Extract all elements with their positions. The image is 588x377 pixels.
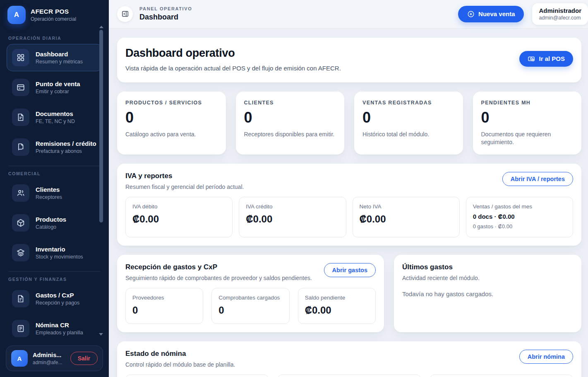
stat-value: 0 [125, 109, 218, 126]
cube-icon [12, 214, 29, 232]
sidebar-item-inventario[interactable]: Inventario Stock y movimientos [7, 239, 102, 266]
section-label-operacion-diaria: OPERACIÓN DIARIA [8, 36, 101, 41]
proveedores-tile: Proveedores 0 [125, 288, 203, 324]
iva-title: IVA y reportes [125, 172, 244, 180]
sidebar-scrollbar[interactable] [98, 26, 104, 336]
periodos-abiertos-tile: Períodos abiertos [277, 375, 421, 377]
logout-button[interactable]: Salir [70, 352, 98, 365]
pos-terminal-icon [12, 79, 29, 96]
nomina-subtitle: Control rápido del módulo base de planil… [125, 361, 235, 368]
nav-item-title: Clientes [36, 186, 62, 193]
ultimos-gastos-title: Últimos gastos [402, 263, 573, 271]
ventas-gastos-mes-tile: Ventas / gastos del mes 0 docs · ₡0.00 0… [466, 197, 573, 237]
nav-item-subtitle: FE, TE, NC y ND [36, 118, 75, 124]
hero-subtitle: Vista rápida de la operación actual del … [125, 65, 341, 72]
sidebar-item-gastos-cxp[interactable]: Gastos / CxP Recepción y pagos [7, 285, 102, 312]
open-iva-reports-button[interactable]: Abrir IVA / reportes [502, 172, 573, 186]
stat-value: 0 [244, 109, 336, 126]
nav-item-title: Inventario [36, 246, 83, 253]
stat-value: 0 [362, 109, 455, 126]
avatar: A [11, 350, 28, 367]
iva-credito-tile: IVA crédito ₡0.00 [239, 197, 346, 237]
nomina-title: Estado de nómina [125, 350, 235, 358]
new-sale-label: Nueva venta [478, 10, 515, 17]
open-gastos-button[interactable]: Abrir gastos [324, 263, 376, 277]
stat-label: CLIENTES [244, 100, 336, 106]
stat-label: PENDIENTES MH [481, 100, 574, 106]
tile-value: 0 [218, 304, 282, 316]
nav-item-subtitle: Stock y movimientos [36, 254, 83, 260]
app-tagline: Operación comercial [31, 16, 76, 22]
sidebar-item-productos[interactable]: Productos Catálogo [7, 209, 102, 237]
scrollbar-down-arrow-icon[interactable] [99, 333, 103, 336]
tile-value: ₡0.00 [360, 213, 453, 225]
tile-label: IVA crédito [246, 203, 339, 210]
stat-card-productos: PRODUCTOS / SERVICIOS 0 Catálogo activo … [117, 92, 226, 155]
user-email: admin@afe... [33, 360, 65, 365]
scrollbar-up-arrow-icon[interactable] [99, 26, 103, 28]
scrollbar-thumb[interactable] [99, 30, 103, 222]
stat-desc: Receptores disponibles para emitir. [244, 130, 336, 138]
cash-register-icon [528, 55, 535, 63]
header-user-email: admin@afecr.com [539, 15, 581, 21]
nav-item-title: Remisiones / crédito [36, 140, 96, 147]
sidebar-item-remisiones-credito[interactable]: Remisiones / crédito Prefactura y abonos [7, 133, 102, 161]
iva-reportes-card: IVA y reportes Resumen fiscal y gerencia… [117, 164, 581, 246]
stat-desc: Catálogo activo para venta. [125, 130, 218, 138]
nav-item-subtitle: Receptores [36, 194, 62, 200]
brand: A AFECR POS Operación comercial [6, 5, 103, 28]
stats-row: PRODUCTOS / SERVICIOS 0 Catálogo activo … [117, 92, 581, 155]
people-icon [12, 184, 29, 202]
new-sale-button[interactable]: Nueva venta [458, 6, 524, 22]
stat-desc: Documentos que requieren seguimiento. [481, 130, 568, 146]
header-user-name: Administrador [539, 7, 581, 14]
tile-label: Saldo pendiente [305, 295, 369, 301]
estado-nomina-card: Estado de nómina Control rápido del módu… [117, 341, 581, 377]
divider [8, 271, 101, 272]
saldo-pendiente-tile: Saldo pendiente ₡0.00 [298, 288, 376, 324]
collapse-sidebar-button[interactable] [117, 6, 133, 22]
sidebar-item-dashboard[interactable]: Dashboard Resumen y métricas [7, 44, 102, 71]
sidebar-item-punto-de-venta[interactable]: Punto de venta Emitir y cobrar [7, 74, 102, 101]
nav-item-subtitle: Emitir y cobrar [36, 89, 80, 94]
nav-item-title: Productos [36, 216, 66, 223]
open-nomina-button[interactable]: Abrir nómina [519, 350, 573, 364]
topbar: PANEL OPERATIVO Dashboard Nueva venta Ad… [109, 0, 588, 29]
tile-value: ₡0.00 [246, 213, 339, 225]
tile-label: Neto IVA [360, 203, 453, 210]
go-to-pos-button[interactable]: Ir al POS [519, 51, 573, 67]
invoice-icon [12, 290, 29, 307]
nav-item-title: Documentos [36, 110, 75, 117]
neto-iva-tile: Neto IVA ₡0.00 [353, 197, 460, 237]
tile-value: ₡0.00 [305, 304, 369, 316]
sidebar-item-clientes[interactable]: Clientes Receptores [7, 179, 102, 207]
page-eyebrow: PANEL OPERATIVO [139, 6, 192, 11]
ultima-planilla-tile: Última planilla neta [430, 375, 573, 377]
gastos-subtitle: Seguimiento rápido de comprobantes de pr… [125, 275, 312, 281]
nav-item-title: Nómina CR [36, 321, 83, 329]
nav-item-subtitle: Resumen y métricas [36, 59, 83, 65]
nav-item-subtitle: Prefactura y abonos [36, 148, 96, 154]
divider [8, 166, 101, 166]
content: Dashboard operativo Vista rápida de la o… [109, 29, 588, 377]
app-logo: A [7, 6, 26, 24]
tile-gastos-line: 0 gastos · ₡0.00 [473, 223, 566, 230]
page-title: Dashboard [139, 13, 192, 22]
gastos-title: Recepción de gastos y CxP [125, 263, 312, 271]
sidebar-item-nomina-cr[interactable]: Nómina CR Empleados y planilla [7, 315, 102, 342]
stat-desc: Histórico total del módulo. [362, 130, 455, 138]
go-to-pos-label: Ir al POS [539, 55, 565, 62]
section-label-gestion-finanzas: GESTIÓN Y FINANZAS [8, 277, 101, 282]
stat-label: VENTAS REGISTRADAS [362, 100, 455, 106]
sidebar-user-card[interactable]: A Adminis... admin@afe... Salir [6, 346, 103, 371]
comprobantes-tile: Comprobantes cargados 0 [211, 288, 289, 324]
tile-label: Proveedores [132, 295, 196, 301]
iva-subtitle: Resumen fiscal y gerencial del período a… [125, 184, 244, 190]
stat-label: PRODUCTOS / SERVICIOS [125, 100, 218, 106]
sidebar-item-documentos[interactable]: Documentos FE, TE, NC y ND [7, 104, 102, 131]
header-user-chip[interactable]: Administrador admin@afecr.com [532, 3, 588, 25]
stat-card-ventas: VENTAS REGISTRADAS 0 Histórico total del… [354, 92, 463, 155]
nav-item-subtitle: Empleados y planilla [36, 330, 83, 336]
recepcion-gastos-card: Recepción de gastos y CxP Seguimiento rá… [117, 255, 384, 332]
main-area: PANEL OPERATIVO Dashboard Nueva venta Ad… [109, 0, 588, 377]
